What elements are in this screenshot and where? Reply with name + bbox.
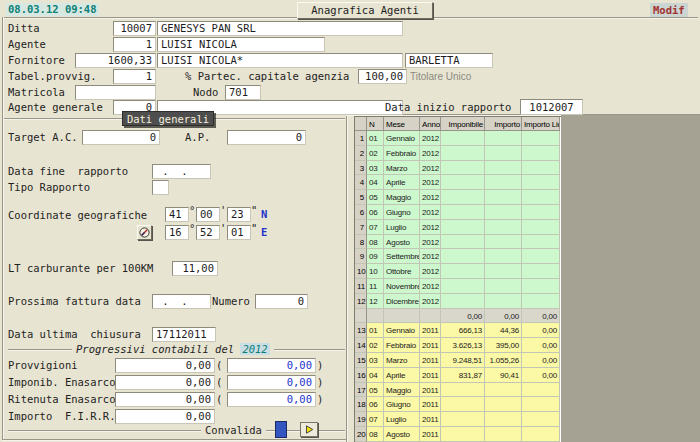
month-name-cell bbox=[384, 309, 420, 324]
column-header-rownum[interactable] bbox=[355, 117, 367, 131]
data-fine-field[interactable]: . . 0 bbox=[152, 164, 211, 179]
importo-liq-cell bbox=[522, 427, 560, 442]
imponib-enasarco-field[interactable]: 0,00 bbox=[115, 375, 215, 390]
data-inizio-field[interactable]: 1012007 bbox=[520, 99, 583, 115]
ritenuta-paren-close: ) bbox=[317, 393, 323, 406]
table-row[interactable]: 1907Luglio2011 bbox=[355, 412, 561, 427]
importo-firr-field[interactable]: 0,00 bbox=[115, 409, 215, 424]
ritenuta-enasarco-alt-field[interactable]: 0,00 bbox=[227, 392, 316, 407]
imponibile-cell bbox=[441, 264, 485, 279]
provvigioni-field[interactable]: 0,00 bbox=[115, 358, 215, 373]
importo-cell: 90,41 bbox=[485, 368, 522, 383]
anagrafica-agenti-button[interactable]: Anagrafica Agenti bbox=[297, 2, 433, 19]
compass-icon bbox=[139, 227, 150, 238]
ritenuta-enasarco-label: Ritenuta Enasarco bbox=[8, 393, 115, 406]
month-name-cell: Giugno bbox=[384, 205, 420, 220]
imponibile-cell bbox=[441, 294, 485, 309]
row-number-cell: 11 bbox=[355, 279, 367, 294]
tipo-rapporto-field[interactable] bbox=[152, 180, 169, 195]
lon-min-field[interactable]: 52 bbox=[196, 225, 220, 240]
dati-generali-button[interactable]: Dati generali bbox=[122, 111, 214, 126]
nodo-field[interactable]: 701 bbox=[225, 85, 261, 100]
progressivi-label: Progressivi contabili del bbox=[76, 343, 240, 355]
fornitore-code-field[interactable]: 1600,33 bbox=[75, 53, 156, 68]
table-row[interactable]: 1705Maggio2011 bbox=[355, 383, 561, 398]
tabel-provvig-field[interactable]: 1 bbox=[113, 69, 156, 84]
lon-sec-field[interactable]: 01 bbox=[227, 225, 251, 240]
lat-min-field[interactable]: 00 bbox=[196, 207, 220, 222]
coordinate-label: Coordinate geografiche bbox=[8, 209, 147, 222]
partec-field[interactable]: 100,00 bbox=[358, 69, 407, 84]
year-cell: 2012 bbox=[420, 190, 441, 205]
lat-sec-field[interactable]: 23 bbox=[227, 207, 251, 222]
table-row[interactable]: 404Aprile2012 bbox=[355, 175, 561, 190]
month-number-cell: 02 bbox=[367, 338, 384, 353]
year-cell: 2012 bbox=[420, 131, 441, 146]
column-header-n[interactable]: N bbox=[367, 117, 384, 131]
importo-cell bbox=[485, 294, 522, 309]
fornitore-city-field[interactable]: BARLETTA bbox=[405, 53, 493, 68]
imponibile-cell: 666,13 bbox=[441, 323, 485, 338]
lon-min-symbol: ' bbox=[220, 223, 226, 236]
agente-name-field[interactable]: LUISI NICOLA bbox=[157, 37, 325, 52]
column-header-importo[interactable]: Importo bbox=[485, 117, 522, 131]
convalida-toggle-button[interactable] bbox=[275, 421, 287, 438]
month-number-cell bbox=[367, 309, 384, 324]
lt-carburante-field[interactable]: 11,00 bbox=[172, 261, 218, 276]
ritenuta-enasarco-field[interactable]: 0,00 bbox=[115, 392, 215, 407]
prossima-fattura-data-field[interactable]: . . 0 bbox=[152, 294, 211, 309]
imponib-enasarco-alt-field[interactable]: 0,00 bbox=[227, 375, 316, 390]
column-header-importo-liq[interactable]: Importo Liq bbox=[522, 117, 560, 131]
column-header-mese[interactable]: Mese bbox=[384, 117, 420, 131]
ditta-name-field[interactable]: GENESYS PAN SRL bbox=[157, 21, 403, 36]
column-header-imponibile[interactable]: Imponibile bbox=[441, 117, 485, 131]
table-row[interactable]: 606Giugno2012 bbox=[355, 205, 561, 220]
convalida-run-button[interactable] bbox=[300, 422, 318, 437]
lon-deg-field[interactable]: 16 bbox=[165, 225, 189, 240]
importo-liq-cell bbox=[522, 146, 560, 161]
table-row[interactable]: 909Settembre2012 bbox=[355, 249, 561, 264]
target-ap-field[interactable]: 0 bbox=[227, 130, 306, 145]
table-row[interactable]: 101Gennaio2012 bbox=[355, 131, 561, 146]
table-row[interactable]: 1212Dicembre2012 bbox=[355, 294, 561, 309]
ditta-code-field[interactable]: 10007 bbox=[113, 21, 156, 36]
table-row[interactable]: 0,000,000,00 bbox=[355, 309, 561, 324]
right-background-panel bbox=[561, 115, 700, 442]
row-number-cell: 9 bbox=[355, 249, 367, 264]
matricola-field[interactable] bbox=[75, 85, 156, 100]
table-row[interactable]: 202Febbraio2012 bbox=[355, 146, 561, 161]
table-row[interactable]: 1010Ottobre2012 bbox=[355, 264, 561, 279]
importo-liq-cell bbox=[522, 175, 560, 190]
row-number-cell: 19 bbox=[355, 412, 367, 427]
table-row[interactable]: 303Marzo2012 bbox=[355, 161, 561, 176]
table-row[interactable]: 1503Marzo20119.248,511.055,260,00 bbox=[355, 353, 561, 368]
table-row[interactable]: 505Maggio2012 bbox=[355, 190, 561, 205]
compass-button[interactable] bbox=[137, 225, 152, 240]
target-ac-field[interactable]: 0 bbox=[82, 130, 160, 145]
provvigioni-alt-field[interactable]: 0,00 bbox=[227, 358, 316, 373]
numero-field[interactable]: 0 bbox=[255, 294, 308, 309]
month-number-cell: 02 bbox=[367, 146, 384, 161]
table-row[interactable]: 1402Febbraio20113.626,13395,000,00 bbox=[355, 338, 561, 353]
table-row[interactable]: 1806Giugno2011 bbox=[355, 397, 561, 412]
month-number-cell: 01 bbox=[367, 323, 384, 338]
table-row[interactable]: 1111Novembre2012 bbox=[355, 279, 561, 294]
column-header-anno[interactable]: Anno bbox=[420, 117, 441, 131]
table-row[interactable]: 1604Aprile2011831,8790,410,00 bbox=[355, 368, 561, 383]
data-ultima-chiusura-field[interactable]: 17112011 bbox=[152, 327, 216, 342]
table-row[interactable]: 707Luglio2012 bbox=[355, 220, 561, 235]
fornitore-name-field[interactable]: LUISI NICOLA* bbox=[157, 53, 403, 68]
provvigioni-label: Provvigioni bbox=[8, 359, 78, 372]
table-row[interactable]: 1301Gennaio2011666,1344,360,00 bbox=[355, 323, 561, 338]
month-name-cell: Agosto bbox=[384, 235, 420, 250]
table-row[interactable]: 2008Agosto2011 bbox=[355, 427, 561, 442]
row-number-cell bbox=[355, 309, 367, 324]
datetime-display: 08.03.12 09:48 bbox=[6, 3, 99, 16]
lon-hemisphere: E bbox=[261, 226, 267, 239]
provvigioni-paren-open: ( bbox=[216, 359, 222, 372]
table-row[interactable]: 808Agosto2012 bbox=[355, 235, 561, 250]
row-number-cell: 13 bbox=[355, 323, 367, 338]
importo-firr-label: Importo F.I.R.R. bbox=[8, 410, 115, 423]
lat-deg-field[interactable]: 41 bbox=[165, 207, 189, 222]
agente-code-field[interactable]: 1 bbox=[113, 37, 156, 52]
